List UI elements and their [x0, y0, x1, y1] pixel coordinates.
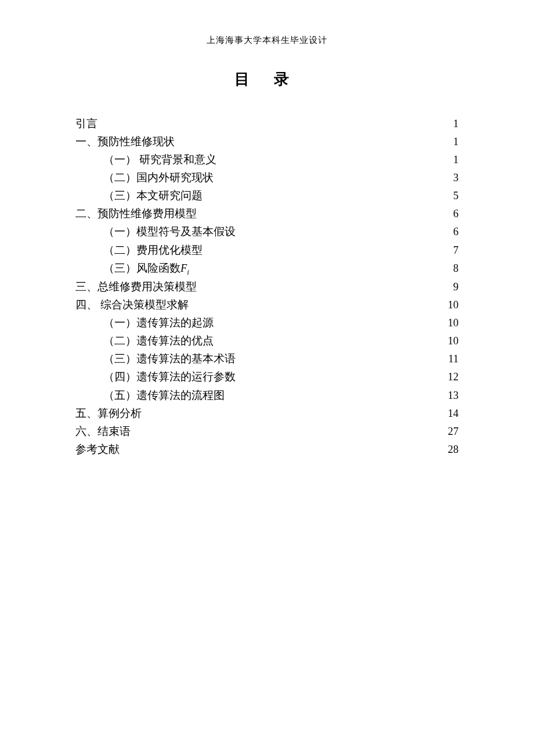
toc-entry: （四）遗传算法的运行参数12: [75, 368, 459, 386]
toc-entry-label: （三）风险函数Fi: [75, 260, 189, 278]
toc-entry-label: （三）本文研究问题: [75, 187, 203, 205]
toc-entry: （一）模型符号及基本假设6: [75, 223, 459, 241]
toc-entry: （五）遗传算法的流程图13: [75, 387, 459, 405]
toc-entry-page: 1: [445, 133, 459, 151]
page-container: 上海海事大学本科生毕业设计 目 录 引言1一、预防性维修现状1（一） 研究背景和…: [0, 0, 534, 756]
toc-entry: 六、结束语27: [75, 423, 459, 441]
toc-entry-label: （二）费用优化模型: [75, 242, 203, 260]
toc-entry: （二）费用优化模型7: [75, 242, 459, 260]
toc-entry-label: （五）遗传算法的流程图: [75, 387, 225, 405]
toc-entry-label: （二）遗传算法的优点: [75, 332, 214, 350]
toc-entry-page: 9: [445, 278, 459, 296]
toc-entry-page: 1: [445, 151, 459, 169]
toc-entry-page: 6: [445, 223, 459, 241]
toc-entry-label: （四）遗传算法的运行参数: [75, 368, 236, 386]
toc-entry-page: 10: [445, 314, 459, 332]
toc-entry-label: 参考文献: [75, 441, 120, 459]
toc-entry: 二、预防性维修费用模型6: [75, 205, 459, 223]
toc-entry-label: 三、总维修费用决策模型: [75, 278, 197, 296]
toc-entry-page: 10: [445, 332, 459, 350]
toc-entry: 五、算例分析14: [75, 405, 459, 423]
toc-entry-page: 7: [445, 242, 459, 260]
toc-entry: 参考文献28: [75, 441, 459, 459]
toc-entry-page: 1: [445, 115, 459, 133]
toc-entry: 四、 综合决策模型求解10: [75, 296, 459, 314]
toc-entry-page: 8: [445, 260, 459, 278]
toc-entry-page: 5: [445, 187, 459, 205]
toc-entry-page: 13: [445, 387, 459, 405]
toc-entry-page: 28: [445, 441, 459, 459]
toc-entry: （三）本文研究问题5: [75, 187, 459, 205]
toc-entry-label: （三）遗传算法的基本术语: [75, 350, 236, 368]
toc-entry-label: （一） 研究背景和意义: [75, 151, 217, 169]
toc-entry: （二）国内外研究现状3: [75, 169, 459, 187]
math-symbol: Fi: [181, 262, 189, 274]
toc-entry-label: （一）遗传算法的起源: [75, 314, 214, 332]
table-of-contents: 引言1一、预防性维修现状1（一） 研究背景和意义1（二）国内外研究现状3（三）本…: [75, 115, 459, 459]
toc-entry-label: 引言: [75, 115, 98, 133]
toc-entry-page: 12: [445, 368, 459, 386]
toc-entry: 三、总维修费用决策模型9: [75, 278, 459, 296]
toc-entry: 引言1: [75, 115, 459, 133]
toc-entry-page: 14: [445, 405, 459, 423]
toc-entry: （一）遗传算法的起源10: [75, 314, 459, 332]
toc-entry-label: （二）国内外研究现状: [75, 169, 214, 187]
toc-entry-page: 10: [445, 296, 459, 314]
toc-entry: （二）遗传算法的优点10: [75, 332, 459, 350]
toc-entry-label: 二、预防性维修费用模型: [75, 205, 197, 223]
toc-entry: （一） 研究背景和意义1: [75, 151, 459, 169]
toc-entry-page: 3: [445, 169, 459, 187]
toc-entry: 一、预防性维修现状1: [75, 133, 459, 151]
toc-entry-page: 11: [445, 350, 459, 368]
toc-entry: （三）遗传算法的基本术语11: [75, 350, 459, 368]
toc-entry-page: 27: [445, 423, 459, 441]
toc-title: 目 录: [75, 69, 459, 89]
toc-entry-label: （一）模型符号及基本假设: [75, 223, 236, 241]
toc-entry-page: 6: [445, 205, 459, 223]
toc-entry-label: 五、算例分析: [75, 405, 142, 423]
page-header: 上海海事大学本科生毕业设计: [75, 35, 459, 46]
toc-entry-label: 六、结束语: [75, 423, 131, 441]
toc-entry-label: 一、预防性维修现状: [75, 133, 175, 151]
toc-entry: （三）风险函数Fi8: [75, 260, 459, 278]
toc-entry-label: 四、 综合决策模型求解: [75, 296, 189, 314]
